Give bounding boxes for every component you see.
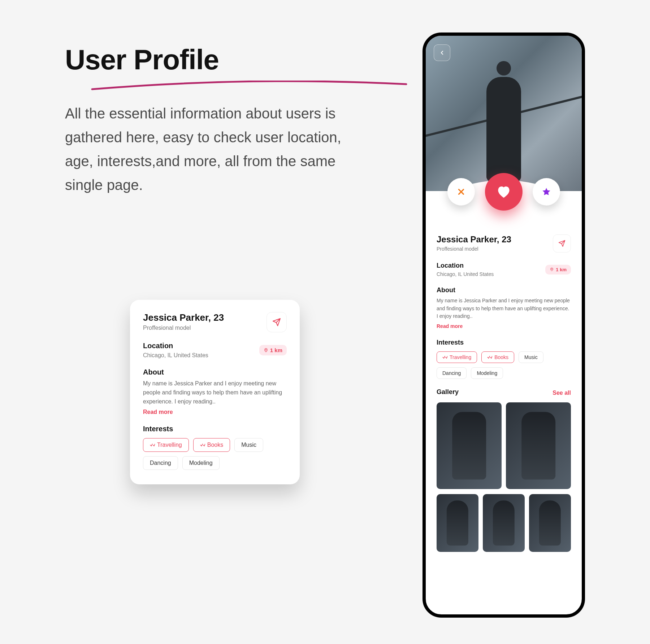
like-button[interactable] <box>485 173 523 211</box>
profile-name-age: Jessica Parker, 23 <box>143 312 224 323</box>
interest-chip-music[interactable]: Music <box>234 438 263 452</box>
profile-name-age: Jessica Parker, 23 <box>437 234 511 245</box>
distance-badge: 1 km <box>259 345 287 355</box>
send-button[interactable] <box>553 234 571 252</box>
pin-icon <box>264 348 268 353</box>
see-all-link[interactable]: See all <box>552 390 571 396</box>
dismiss-button[interactable] <box>447 178 475 206</box>
interests-chips: Travelling Books Music Dancing Modeling <box>437 351 571 379</box>
gallery-tile[interactable] <box>483 494 525 552</box>
star-icon <box>542 187 551 196</box>
read-more-link[interactable]: Read more <box>143 409 173 415</box>
interest-chip-music[interactable]: Music <box>519 351 543 363</box>
interest-label: Modeling <box>189 460 213 466</box>
interest-label: Dancing <box>442 370 461 376</box>
gallery-tile[interactable] <box>437 402 502 489</box>
interest-chip-dancing[interactable]: Dancing <box>437 367 467 379</box>
pin-icon <box>550 267 554 272</box>
svg-point-1 <box>551 269 552 270</box>
check-icon <box>150 442 155 448</box>
interest-chip-books[interactable]: Books <box>481 351 514 363</box>
profile-card: Jessica Parker, 23 Proffesional model Lo… <box>130 300 300 484</box>
interests-chips: Travelling Books Music Dancing Modeling <box>143 438 287 470</box>
superlike-button[interactable] <box>533 178 560 206</box>
check-icon <box>442 355 447 360</box>
check-icon <box>487 355 492 360</box>
profile-subtitle: Proffesional model <box>437 246 511 252</box>
location-value: Chicago, IL United States <box>437 271 494 277</box>
interest-label: Modeling <box>477 370 497 376</box>
interest-chip-books[interactable]: Books <box>193 438 230 452</box>
about-label: About <box>437 286 571 294</box>
profile-subtitle: Proffesional model <box>143 325 224 331</box>
about-text: My name is Jessica Parker and I enjoy me… <box>143 379 287 406</box>
gallery-label: Gallery <box>437 388 459 396</box>
interest-label: Travelling <box>450 354 471 360</box>
svg-point-0 <box>265 349 266 350</box>
interest-label: Travelling <box>157 442 182 448</box>
interest-label: Books <box>494 354 508 360</box>
location-label: Location <box>143 342 208 350</box>
gallery-row-top <box>437 402 571 489</box>
interest-chip-modeling[interactable]: Modeling <box>182 456 220 470</box>
interest-label: Dancing <box>150 460 171 466</box>
distance-value: 1 km <box>556 267 567 272</box>
chevron-left-icon <box>439 49 445 56</box>
gallery-tile[interactable] <box>529 494 571 552</box>
read-more-link[interactable]: Read more <box>437 323 463 329</box>
about-text: My name is Jessica Parker and I enjoy me… <box>437 297 571 320</box>
heart-icon <box>496 184 512 200</box>
interest-chip-dancing[interactable]: Dancing <box>143 456 178 470</box>
interest-label: Music <box>241 442 256 448</box>
send-icon <box>272 318 281 327</box>
interest-chip-travelling[interactable]: Travelling <box>437 351 477 363</box>
interest-chip-modeling[interactable]: Modeling <box>471 367 503 379</box>
interest-label: Books <box>207 442 223 448</box>
send-button[interactable] <box>266 312 287 332</box>
gallery-tile[interactable] <box>506 402 571 489</box>
interest-label: Music <box>524 354 538 360</box>
interest-chip-travelling[interactable]: Travelling <box>143 438 189 452</box>
about-label: About <box>143 368 287 376</box>
location-value: Chicago, IL United States <box>143 352 208 359</box>
distance-value: 1 km <box>270 347 282 353</box>
location-label: Location <box>437 262 494 269</box>
check-icon <box>200 442 205 448</box>
x-icon <box>456 187 466 196</box>
gallery-row-bottom <box>437 494 571 552</box>
phone-frame: Jessica Parker, 23 Proffesional model Lo… <box>422 33 585 618</box>
distance-badge: 1 km <box>545 265 571 275</box>
action-buttons <box>426 173 582 211</box>
interests-label: Interests <box>143 425 287 433</box>
back-button[interactable] <box>434 44 450 61</box>
gallery-tile[interactable] <box>437 494 478 552</box>
page-description: All the essential information about user… <box>65 101 361 197</box>
heading-underline <box>90 81 408 91</box>
hero-image <box>426 36 582 191</box>
interests-label: Interests <box>437 339 571 346</box>
send-icon <box>558 240 566 247</box>
